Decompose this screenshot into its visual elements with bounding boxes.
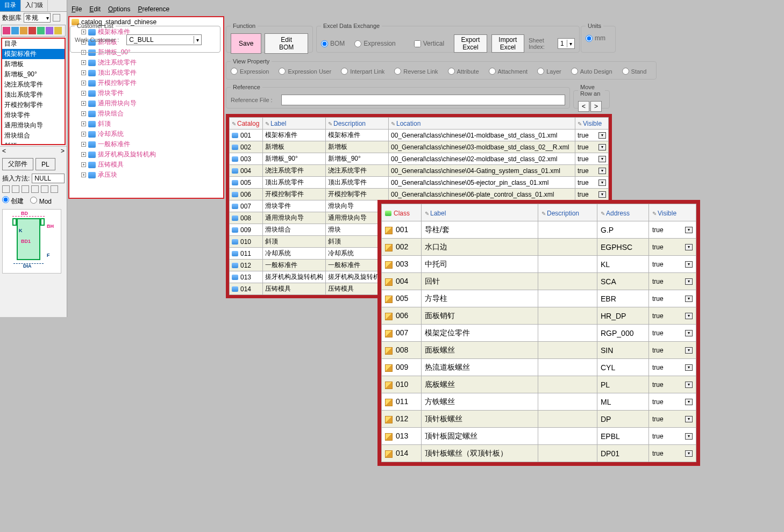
list-item[interactable]: 顶出系统零件 xyxy=(2,90,65,100)
expand-icon[interactable]: + xyxy=(81,142,86,147)
class-row[interactable]: 002水口边EGPHSCtrue▾ xyxy=(382,239,696,256)
tree-node[interactable]: +顶出系统零件 xyxy=(79,68,223,78)
menu-preference[interactable]: Preference xyxy=(138,5,169,15)
export-excel-button[interactable]: Export Excel xyxy=(454,34,487,53)
viewprop-auto-design[interactable]: Auto Design xyxy=(571,68,612,75)
move-prev-button[interactable]: < xyxy=(578,101,589,112)
viewprop-expression[interactable]: Expression xyxy=(231,68,269,75)
class-row[interactable]: 001导柱/套G.Ptrue▾ xyxy=(382,221,696,239)
dropdown-icon[interactable]: ▾ xyxy=(685,227,693,233)
op-icon-1[interactable] xyxy=(2,185,10,193)
viewprop-reverse-link[interactable]: Reverse Link xyxy=(394,68,438,75)
col-class[interactable]: Class xyxy=(382,204,422,221)
radio-bom[interactable]: BOM xyxy=(321,40,345,47)
col-catalog[interactable]: ✎Catalog xyxy=(230,118,263,130)
dropdown-icon[interactable]: ▾ xyxy=(685,450,693,457)
class-row[interactable]: 010底板螺丝PLtrue▾ xyxy=(382,376,696,393)
class-row[interactable]: 013顶针板固定螺丝EPBLtrue▾ xyxy=(382,428,696,445)
dropdown-icon[interactable]: ▾ xyxy=(685,364,693,371)
class-row[interactable]: 003中托司KLtrue▾ xyxy=(382,256,696,273)
dropdown-icon[interactable]: ▾ xyxy=(598,179,606,186)
dropdown-icon[interactable]: ▾ xyxy=(685,313,693,319)
expand-icon[interactable]: + xyxy=(81,121,86,126)
op-icon-6[interactable] xyxy=(51,185,58,193)
list-item[interactable]: 新增板_90° xyxy=(2,69,65,80)
tree-node[interactable]: +斜顶 xyxy=(79,119,223,129)
col-description[interactable]: ✎Description xyxy=(326,118,389,130)
tree-node[interactable]: +滑块零件 xyxy=(79,88,223,98)
col-class-address[interactable]: ✎Address xyxy=(597,204,649,221)
radio-expression[interactable]: Expression xyxy=(354,40,395,47)
col-class-visible[interactable]: ✎Visible xyxy=(649,204,696,221)
op-icon-2[interactable] xyxy=(12,185,19,193)
list-item[interactable]: 滑块零件 xyxy=(2,110,65,120)
list-item[interactable]: 模架标准件 xyxy=(2,49,65,59)
menu-file[interactable]: File xyxy=(72,5,82,15)
viewprop-layer[interactable]: Layer xyxy=(537,68,561,75)
viewprop-interpart-link[interactable]: Interpart Link xyxy=(341,68,384,75)
class-row[interactable]: 012顶针板螺丝DPtrue▾ xyxy=(382,411,696,428)
class-row[interactable]: 004回针SCAtrue▾ xyxy=(382,273,696,290)
tool-icon-4[interactable] xyxy=(28,27,36,34)
tree-node[interactable]: +一般标准件 xyxy=(79,139,223,149)
expand-icon[interactable]: + xyxy=(81,162,86,167)
tool-icon-6[interactable] xyxy=(46,27,53,34)
dropdown-icon[interactable]: ▾ xyxy=(685,399,693,405)
import-excel-button[interactable]: Import Excel xyxy=(491,34,524,53)
class-row[interactable]: 014顶针板螺丝（双顶针板）DP01true▾ xyxy=(382,445,696,462)
viewprop-attachment[interactable]: Attachment xyxy=(489,68,528,75)
radio-create[interactable]: 创建 xyxy=(2,196,24,206)
radio-mm[interactable]: mm xyxy=(586,34,605,42)
catalog-row[interactable]: 001模架标准件模架标准件00_General\class\chinese\01… xyxy=(230,130,609,141)
edit-bom-button[interactable]: Edit BOM xyxy=(265,33,308,54)
tab-catalog[interactable]: 目录 xyxy=(0,0,21,11)
expand-icon[interactable]: + xyxy=(81,60,86,65)
tool-icon-3[interactable] xyxy=(20,27,27,34)
catalog-row[interactable]: 004浇注系统零件浇注系统零件00_General\class\chinese\… xyxy=(230,165,609,177)
dropdown-icon[interactable]: ▾ xyxy=(685,347,693,354)
catalog-row[interactable]: 003新增板_90°新增板_90°00_General\class\chines… xyxy=(230,153,609,165)
tree-node[interactable]: +浇注系统零件 xyxy=(79,57,223,68)
expand-icon[interactable]: + xyxy=(81,152,86,157)
op-icon-3[interactable] xyxy=(22,185,29,193)
menu-options[interactable]: Options xyxy=(108,5,130,15)
list-item[interactable]: 目录 xyxy=(2,39,65,49)
class-row[interactable]: 009热流道板螺丝CYLtrue▾ xyxy=(382,359,696,376)
db-new-icon[interactable] xyxy=(53,14,60,21)
tree-node[interactable]: +承压块 xyxy=(79,170,223,180)
tree-node[interactable]: +搓牙机构及旋转机构 xyxy=(79,149,223,160)
dropdown-icon[interactable]: ▾ xyxy=(685,244,693,250)
viewprop-stand[interactable]: Stand xyxy=(622,68,647,75)
radio-mod[interactable]: Mod xyxy=(30,197,52,205)
insert-method-input[interactable]: NULL xyxy=(32,174,65,183)
list-item[interactable]: 滑块组合 xyxy=(2,131,65,141)
tool-icon-2[interactable] xyxy=(11,27,19,34)
db-combo[interactable]: 常规 xyxy=(24,13,51,23)
catalog-row[interactable]: 005顶出系统零件顶出系统零件00_General\class\chinese\… xyxy=(230,177,609,189)
viewprop-attribute[interactable]: Attribute xyxy=(448,68,479,75)
expand-icon[interactable]: + xyxy=(81,132,86,136)
dropdown-icon[interactable]: ▾ xyxy=(685,382,693,388)
expand-icon[interactable]: + xyxy=(81,172,86,177)
class-row[interactable]: 007模架定位零件RGP_000true▾ xyxy=(382,325,696,342)
reference-file-input[interactable] xyxy=(281,95,565,105)
list-item[interactable]: 斜顶 xyxy=(2,141,65,145)
tree-node[interactable]: +冷却系统 xyxy=(79,129,223,139)
dropdown-icon[interactable]: ▾ xyxy=(685,416,693,422)
col-class-label[interactable]: ✎Label xyxy=(422,204,538,221)
dropdown-icon[interactable]: ▾ xyxy=(598,132,606,139)
tool-icon-7[interactable] xyxy=(54,27,62,34)
col-label[interactable]: ✎Label xyxy=(263,118,326,130)
sheet-index-combo[interactable]: 1 xyxy=(558,38,575,49)
class-row[interactable]: 006面板销钉HR_DPtrue▾ xyxy=(382,307,696,325)
catalog-row[interactable]: 002新增板新增板00_General\class\chinese\03-mol… xyxy=(230,141,609,153)
class-row[interactable]: 008面板螺丝SINtrue▾ xyxy=(382,342,696,359)
list-scrollbar[interactable]: <> xyxy=(0,146,67,155)
op-icon-5[interactable] xyxy=(41,185,48,193)
catalog-row[interactable]: 006开模控制零件开模控制零件00_General\class\chinese\… xyxy=(230,189,609,200)
dropdown-icon[interactable]: ▾ xyxy=(598,144,606,150)
dropdown-icon[interactable]: ▾ xyxy=(685,261,693,268)
parent-part-button[interactable]: 父部件 xyxy=(2,158,33,170)
check-vertical[interactable]: Vertical xyxy=(414,40,444,47)
dropdown-icon[interactable]: ▾ xyxy=(685,330,693,336)
